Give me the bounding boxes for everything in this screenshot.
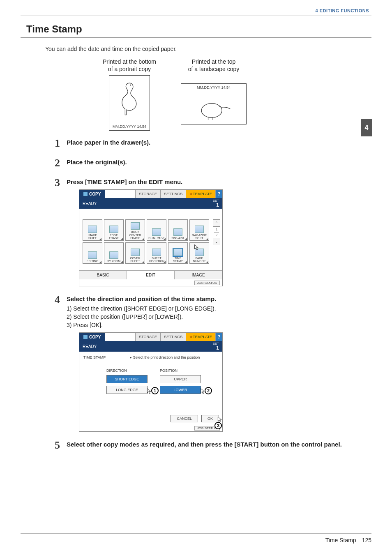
svg-point-1 <box>201 104 222 118</box>
sheet-insertion-button[interactable]: SHEET INSERTION <box>147 242 166 264</box>
basic-tab[interactable]: BASIC <box>79 270 127 279</box>
dual-page-icon <box>152 228 161 236</box>
magazine-sort-button[interactable]: MAGAZINE SORT <box>189 219 209 241</box>
edge-erase-button[interactable]: EDGE ERASE <box>104 219 124 241</box>
help-button[interactable]: ? <box>215 333 222 341</box>
title-rule <box>21 37 371 38</box>
chapter-header: 4 EDITING FUNCTIONS <box>21 8 371 13</box>
set-counter: SET1 <box>212 342 219 350</box>
template-tab[interactable]: ★TEMPLATE <box>186 190 215 198</box>
xy-zoom-button[interactable]: XY ZOOM <box>104 242 124 264</box>
lower-button[interactable]: LOWER 2 <box>160 386 201 394</box>
step-3: 3 Press [TIME STAMP] on the EDIT menu. C… <box>51 177 371 286</box>
step-1-title: Place paper in the drawer(s). <box>67 138 371 147</box>
callout-2: 2 <box>205 387 212 394</box>
image-shift-button[interactable]: IMAGE SHIFT <box>83 219 102 241</box>
portrait-preview: MM.DD.YYYY 14:54 <box>109 75 150 131</box>
figure-landscape-caption: Printed at the top of a landscape copy <box>188 58 240 73</box>
landscape-timestamp: MM.DD.YYYY 14:54 <box>197 85 231 90</box>
cover-sheet-button[interactable]: COVER SHEET <box>125 242 145 264</box>
status-bar: READY SET1 <box>79 341 222 352</box>
figure-portrait: Printed at the bottom of a portrait copy… <box>103 58 156 131</box>
upper-button[interactable]: UPPER <box>160 375 201 383</box>
flamingo-icon <box>118 78 141 117</box>
scroll-page-top: 1 <box>215 228 217 231</box>
caption-line: of a portrait copy <box>108 66 151 72</box>
dual-page-button[interactable]: DUAL PAGE <box>147 219 166 241</box>
time-stamp-button[interactable]: TIME STAMP <box>168 242 188 264</box>
svg-point-4 <box>219 106 221 107</box>
book-center-erase-button[interactable]: BOOK CENTER ERASE <box>125 219 145 241</box>
caption-line: Printed at the bottom <box>103 58 156 65</box>
status-text: READY <box>83 201 97 206</box>
cancel-button[interactable]: CANCEL <box>171 415 198 422</box>
scroll-up-button[interactable]: ⌃ <box>213 219 220 227</box>
chapter-tab: 4 <box>361 119 372 136</box>
screen-body: TIME STAMP ▸ Select the print direction … <box>79 352 222 425</box>
screen-titlebar: COPY STORAGE SETTINGS ★TEMPLATE ? <box>79 190 222 198</box>
cover-sheet-icon <box>131 249 140 256</box>
editing-button[interactable]: EDITING <box>83 242 102 264</box>
template-tab[interactable]: ★TEMPLATE <box>186 333 215 341</box>
substep-3: 3) Press [OK]. <box>67 321 371 329</box>
image-tab[interactable]: IMAGE <box>175 270 222 279</box>
step-4: 4 Select the direction and position of t… <box>51 295 371 432</box>
step-number: 1 <box>51 138 60 149</box>
step-1: 1 Place paper in the drawer(s). <box>51 138 371 149</box>
mode-badge: COPY <box>79 333 105 341</box>
long-edge-button[interactable]: LONG EDGE 1 <box>106 386 148 394</box>
direction-label: DIRECTION <box>106 368 148 373</box>
edit-menu-screen: COPY STORAGE SETTINGS ★TEMPLATE ? READY … <box>79 189 223 286</box>
template-label: TEMPLATE <box>193 192 212 196</box>
dialog-buttons: CANCEL OK 3 <box>79 413 222 425</box>
edge-erase-icon <box>109 226 118 233</box>
image-shift-icon <box>88 226 97 233</box>
storage-tab[interactable]: STORAGE <box>135 333 160 341</box>
time-stamp-icon <box>173 249 182 256</box>
direction-group: DIRECTION SHORT EDGE LONG EDGE 1 <box>106 368 148 394</box>
kiwi-icon <box>194 98 233 122</box>
portrait-timestamp: MM.DD.YYYY 14:54 <box>113 124 146 129</box>
editing-icon <box>88 251 97 259</box>
status-text: READY <box>83 344 97 349</box>
copy-icon <box>83 335 88 339</box>
scroll-control: ⌃ 1 2 ⌄ <box>212 219 221 245</box>
step-4-title: Select the direction and position of the… <box>67 295 371 303</box>
step-2-title: Place the original(s). <box>67 158 371 166</box>
help-button[interactable]: ? <box>215 190 222 198</box>
page-title: Time Stamp <box>26 23 371 35</box>
nin1-icon <box>173 228 182 236</box>
figures-row: Printed at the bottom of a portrait copy… <box>103 58 371 131</box>
substep-2: 2) Select the position ([UPPER] or [LOWE… <box>67 313 371 321</box>
copy-icon <box>83 192 88 196</box>
settings-tab[interactable]: SETTINGS <box>160 190 186 198</box>
short-edge-button[interactable]: SHORT EDGE <box>106 375 148 383</box>
screen-body: IMAGE SHIFT EDGE ERASE BOOK CENTER ERASE… <box>79 209 222 270</box>
footer-rule <box>21 533 371 534</box>
callout-1: 1 <box>151 387 159 394</box>
footer-page-number: 125 <box>362 537 371 543</box>
mode-badge: COPY <box>79 190 105 198</box>
step-3-title: Press [TIME STAMP] on the EDIT menu. <box>67 177 371 186</box>
pointer-icon <box>194 244 200 251</box>
edit-grid: IMAGE SHIFT EDGE ERASE BOOK CENTER ERASE… <box>83 219 210 264</box>
screen-titlebar: COPY STORAGE SETTINGS ★TEMPLATE ? <box>79 333 222 341</box>
job-status-button[interactable]: JOB STATUS <box>194 281 220 285</box>
caption-line: of a landscape copy <box>188 66 240 72</box>
step-5-title: Select other copy modes as required, and… <box>67 440 371 449</box>
landscape-preview: MM.DD.YYYY 14:54 <box>181 83 247 124</box>
magazine-sort-icon <box>195 226 204 233</box>
scroll-page-bot: 2 <box>215 233 217 237</box>
2in1-4in1-button[interactable]: 2IN1/4IN1 <box>168 219 188 241</box>
scroll-down-button[interactable]: ⌄ <box>213 238 220 245</box>
settings-tab[interactable]: SETTINGS <box>160 333 186 341</box>
dialog-hint: ▸ Select the print direction and the pos… <box>130 355 200 359</box>
edit-tab[interactable]: EDIT <box>127 270 175 279</box>
xy-zoom-icon <box>109 251 118 259</box>
ok-button[interactable]: OK 3 <box>201 415 219 422</box>
svg-point-0 <box>130 85 131 86</box>
footer-title: Time Stamp <box>325 537 356 543</box>
storage-tab[interactable]: STORAGE <box>135 190 160 198</box>
set-counter: SET1 <box>212 199 219 207</box>
substep-1: 1) Select the direction ([SHORT EDGE] or… <box>67 305 371 313</box>
